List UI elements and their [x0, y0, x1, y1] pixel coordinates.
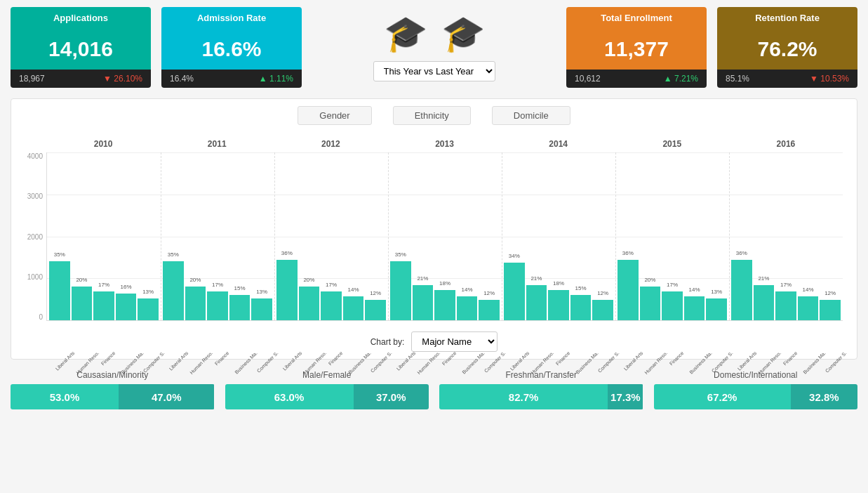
- bar-col-1-0: 35%Liberal Arts: [163, 261, 184, 320]
- applications-footer: 18,967 ▼ 26.10%: [11, 70, 151, 88]
- bar-col-4-1: 21%Human Reso.: [526, 285, 547, 320]
- bar-pct-label-1-2: 17%: [212, 282, 223, 288]
- bar-col-4-3: 15%Business Ma.: [570, 295, 592, 320]
- bar-pct-label-5-4: 13%: [711, 289, 722, 295]
- bar-col-1-4: 13%Computer S.: [251, 298, 272, 320]
- bar-col-0-0: 35%Liberal Arts: [49, 261, 70, 320]
- bar-col-6-0: 36%Liberal Arts: [731, 260, 752, 320]
- bar-col-3-0: 35%Liberal Arts: [390, 261, 411, 320]
- bar-col-0-2: 17%Finance: [93, 291, 114, 320]
- bar-6-3: 14%: [798, 296, 819, 320]
- bar-col-6-3: 14%Business Ma.: [798, 296, 819, 320]
- ratio-card-0: Causasian/Minority53.0%47.0%: [11, 370, 215, 409]
- year-group-2015: 36%Liberal Arts20%Human Reso.17%Finance1…: [615, 152, 729, 320]
- bar-5-1: 20%: [640, 287, 661, 320]
- bar-4-4: 12%: [592, 300, 613, 320]
- bar-pct-label-0-4: 13%: [142, 289, 154, 295]
- year-label-2011: 2011: [160, 139, 274, 149]
- ratio-card-1: Male/Female63.0%37.0%: [225, 370, 429, 409]
- y-label-0: 0: [25, 313, 43, 321]
- bar-col-2-4: 12%Computer S.: [365, 300, 386, 320]
- tab-domicile[interactable]: Domicile: [492, 106, 570, 125]
- bar-5-3: 14%: [684, 296, 705, 320]
- year-label-2015: 2015: [615, 139, 729, 149]
- bar-6-1: 21%: [754, 285, 775, 320]
- bar-pct-label-0-3: 16%: [121, 284, 132, 290]
- bar-2-4: 12%: [365, 300, 386, 320]
- bar-col-1-2: 17%Finance: [207, 291, 228, 320]
- bar-col-5-1: 20%Human Reso.: [640, 287, 661, 320]
- ratio-right-2: 17.3%: [608, 384, 643, 409]
- ratio-left-1: 63.0%: [225, 384, 354, 409]
- bar-5-0: 36%: [617, 260, 639, 320]
- retention-value: 76.2%: [717, 29, 857, 70]
- bar-pct-label-4-0: 34%: [509, 253, 520, 259]
- ratio-right-3: 32.8%: [791, 384, 857, 409]
- year-group-2010: 35%Liberal Arts20%Human Reso.17%Finance1…: [47, 152, 161, 320]
- bars-container: 35%Liberal Arts20%Human Reso.17%Finance1…: [46, 152, 843, 321]
- admission-card: Admission Rate 16.6% 16.4% ▲ 1.11%: [161, 7, 302, 88]
- y-label-4000: 4000: [25, 152, 43, 160]
- graduation-icons: 🎓 🎓: [384, 13, 485, 54]
- ratio-left-0: 53.0%: [11, 384, 119, 409]
- bar-col-3-3: 14%Business Ma.: [457, 296, 478, 320]
- bar-col-2-0: 36%Liberal Arts: [276, 260, 298, 320]
- bar-pct-label-6-0: 36%: [736, 250, 747, 256]
- ratio-label-1: Male/Female: [225, 370, 429, 380]
- admission-value: 16.6%: [161, 29, 302, 70]
- bar-col-5-4: 13%Computer S.: [706, 298, 727, 320]
- year-comparison-select[interactable]: This Year vs Last Year Last Year vs Prio…: [373, 61, 495, 81]
- year-label-2010: 2010: [46, 139, 160, 149]
- applications-header: Applications: [11, 7, 151, 29]
- bar-2-3: 14%: [343, 296, 364, 320]
- bar-pct-label-0-0: 35%: [54, 251, 65, 258]
- y-label-3000: 3000: [25, 192, 43, 200]
- year-label-2016: 2016: [729, 139, 843, 149]
- retention-header: Retention Rate: [717, 7, 857, 29]
- bar-0-3: 16%: [116, 294, 137, 320]
- bar-col-5-2: 17%Finance: [662, 291, 683, 320]
- year-label-2012: 2012: [274, 139, 387, 149]
- bar-col-0-4: 13%Computer S.: [138, 298, 159, 320]
- bar-pct-label-2-1: 20%: [303, 277, 314, 283]
- bar-4-0: 34%: [504, 263, 525, 320]
- bar-chart: 2010201120122013201420152016 0 1000 2000…: [18, 132, 850, 321]
- year-group-2013: 35%Liberal Arts21%Human Reso.18%Finance1…: [388, 152, 502, 320]
- chart-by-select[interactable]: Major Name Department College: [411, 331, 498, 352]
- bar-pct-label-3-3: 14%: [462, 287, 473, 293]
- tab-ethnicity[interactable]: Ethnicity: [393, 106, 471, 125]
- bar-pct-label-3-1: 21%: [417, 275, 428, 282]
- bar-pct-label-1-3: 15%: [234, 285, 246, 291]
- ratio-bar-0: 53.0%47.0%: [11, 384, 215, 409]
- ratio-card-3: Domestic/International67.2%32.8%: [654, 370, 858, 409]
- center-section: 🎓 🎓 This Year vs Last Year Last Year vs …: [312, 13, 556, 81]
- ratio-bar-1: 63.0%37.0%: [225, 384, 429, 409]
- bar-col-0-1: 20%Human Reso.: [72, 287, 93, 320]
- bar-3-2: 18%: [434, 290, 455, 320]
- ratio-left-3: 67.2%: [654, 384, 791, 409]
- bar-pct-label-5-3: 14%: [689, 287, 700, 293]
- enrollment-footer: 10,612 ▲ 7.21%: [566, 70, 707, 88]
- bar-1-1: 20%: [185, 287, 206, 320]
- applications-footer-value: 18,967: [19, 74, 45, 84]
- bar-pct-label-6-3: 14%: [803, 287, 814, 293]
- y-label-2000: 2000: [25, 233, 43, 241]
- applications-value: 14,016: [11, 29, 151, 70]
- bar-col-4-4: 12%Computer S.: [592, 300, 613, 320]
- year-label-2013: 2013: [387, 139, 501, 149]
- year-group-2011: 35%Liberal Arts20%Human Reso.17%Finance1…: [161, 152, 274, 320]
- tab-gender[interactable]: Gender: [298, 106, 371, 125]
- bar-pct-label-1-0: 35%: [168, 251, 179, 258]
- retention-card: Retention Rate 76.2% 85.1% ▼ 10.53%: [717, 7, 857, 88]
- enrollment-header: Total Enrollment: [566, 7, 707, 29]
- bar-pct-label-2-0: 36%: [281, 250, 293, 256]
- bar-col-2-3: 14%Business Ma.: [343, 296, 364, 320]
- grad-icon-male: 🎓: [441, 13, 485, 54]
- bar-pct-label-1-4: 13%: [256, 289, 267, 295]
- applications-change: ▼ 26.10%: [103, 74, 142, 84]
- bar-col-5-3: 14%Business Ma.: [684, 296, 705, 320]
- bar-pct-label-3-0: 35%: [395, 251, 406, 258]
- bar-pct-label-5-1: 20%: [644, 277, 655, 283]
- bar-col-4-2: 18%Finance: [548, 290, 569, 320]
- bar-3-4: 12%: [479, 300, 500, 320]
